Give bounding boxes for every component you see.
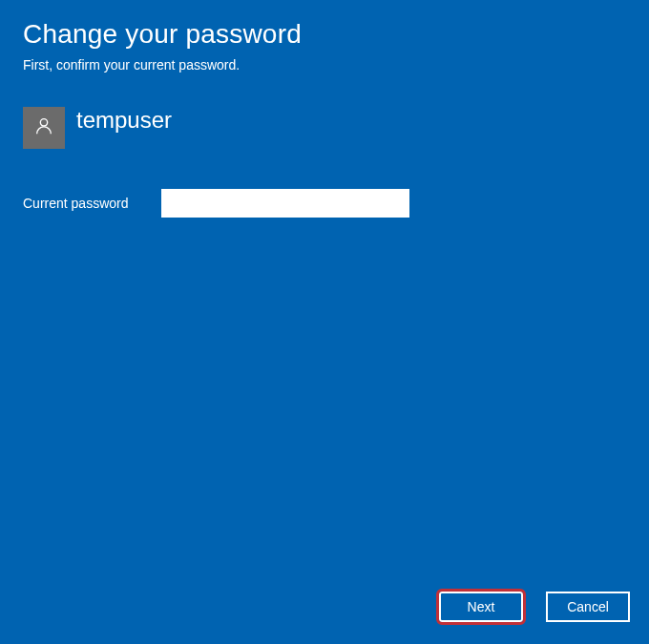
current-password-row: Current password	[23, 189, 626, 218]
avatar	[23, 107, 65, 149]
current-password-label: Current password	[23, 196, 161, 211]
current-password-input[interactable]	[161, 189, 409, 218]
next-button[interactable]: Next	[439, 592, 523, 622]
user-row: tempuser	[23, 107, 626, 149]
page-title: Change your password	[23, 19, 626, 50]
page-subtitle: First, confirm your current password.	[23, 57, 626, 73]
username-label: tempuser	[76, 107, 172, 132]
change-password-panel: Change your password First, confirm your…	[0, 0, 649, 237]
svg-point-0	[40, 119, 47, 126]
cancel-button[interactable]: Cancel	[546, 592, 630, 622]
user-icon	[33, 115, 54, 140]
button-row: Next Cancel	[439, 592, 630, 622]
